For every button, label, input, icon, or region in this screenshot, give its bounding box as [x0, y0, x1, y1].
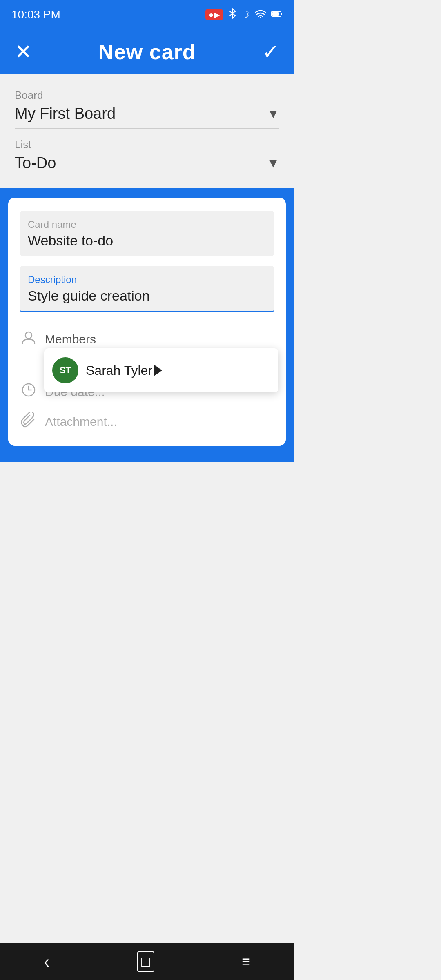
- board-label: Board: [15, 89, 279, 102]
- list-dropdown-arrow: ▼: [267, 156, 279, 170]
- confirm-button[interactable]: ✓: [262, 40, 279, 64]
- description-value: Style guide creation: [28, 288, 266, 304]
- battery-icon: [271, 9, 283, 20]
- members-text: Members: [45, 332, 96, 346]
- members-row[interactable]: Members ST Sarah Tyler: [20, 324, 274, 353]
- svg-rect-2: [281, 13, 282, 15]
- svg-point-4: [25, 332, 32, 339]
- clock-icon: [20, 382, 38, 401]
- bottom-nav: ‹ □ ≡: [0, 943, 294, 980]
- top-bar: ✕ New card ✓: [0, 29, 294, 74]
- card-name-value: Website to-do: [28, 233, 266, 249]
- members-icon: [20, 330, 38, 349]
- member-avatar: ST: [52, 357, 78, 383]
- svg-rect-3: [272, 12, 279, 16]
- board-value: My First Board: [15, 105, 116, 122]
- wifi-icon: [255, 9, 266, 20]
- bluetooth-icon: [228, 8, 237, 22]
- member-name: Sarah Tyler: [86, 363, 162, 378]
- bottom-area: [0, 462, 294, 617]
- menu-button[interactable]: ≡: [242, 953, 250, 970]
- member-dropdown[interactable]: ST Sarah Tyler: [44, 348, 278, 392]
- description-field[interactable]: Description Style guide creation: [20, 266, 274, 312]
- close-button[interactable]: ✕: [15, 40, 32, 64]
- card-name-field[interactable]: Card name Website to-do: [20, 211, 274, 256]
- page-title: New card: [98, 40, 196, 64]
- description-label: Description: [28, 274, 266, 285]
- screen-record-icon: ●▶: [205, 9, 223, 20]
- text-cursor: [151, 290, 151, 303]
- list-value: To-Do: [15, 154, 56, 172]
- moon-icon: ☽: [242, 9, 250, 20]
- form-section: Board My First Board ▼ List To-Do ▼: [0, 74, 294, 178]
- card-panel: Card name Website to-do Description Styl…: [0, 188, 294, 462]
- list-dropdown[interactable]: To-Do ▼: [15, 154, 279, 178]
- status-icons: ●▶ ☽: [205, 8, 283, 22]
- card-inner: Card name Website to-do Description Styl…: [8, 198, 286, 446]
- home-button[interactable]: □: [137, 951, 154, 972]
- svg-point-0: [260, 17, 261, 18]
- cursor-arrow-icon: [154, 365, 162, 376]
- status-bar: 10:03 PM ●▶ ☽: [0, 0, 294, 29]
- attachment-row[interactable]: Attachment...: [20, 409, 274, 434]
- list-label: List: [15, 138, 279, 151]
- attachment-text: Attachment...: [45, 415, 117, 429]
- attachment-icon: [20, 412, 38, 431]
- back-button[interactable]: ‹: [44, 951, 50, 972]
- card-name-label: Card name: [28, 219, 266, 230]
- board-dropdown[interactable]: My First Board ▼: [15, 105, 279, 129]
- status-time: 10:03 PM: [11, 8, 60, 21]
- board-dropdown-arrow: ▼: [267, 107, 279, 121]
